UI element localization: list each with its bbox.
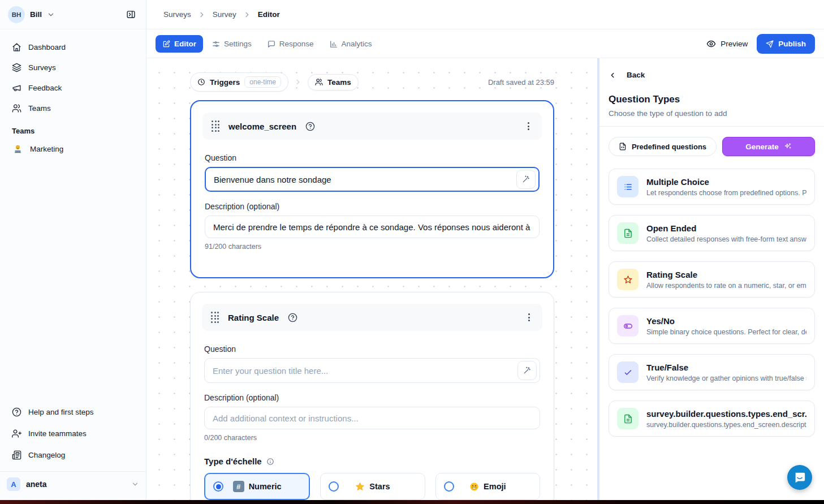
tab-editor[interactable]: Editor: [156, 35, 203, 53]
description-label: Description (optional): [205, 202, 540, 211]
sidebar-item-teams[interactable]: Teams: [7, 98, 139, 118]
drag-handle-icon[interactable]: [212, 120, 219, 132]
generate-button[interactable]: Generate: [722, 137, 815, 156]
question-input[interactable]: [214, 175, 512, 184]
chevron-right-icon: [294, 78, 302, 86]
card-header: Rating Scale: [202, 304, 542, 331]
user-name[interactable]: Bill: [30, 10, 42, 19]
type-card-yes-no[interactable]: Yes/No Simple binary choice questions. P…: [609, 308, 815, 344]
draft-status: Draft saved at 23:59: [488, 78, 554, 87]
radio-emoji[interactable]: [444, 481, 454, 492]
type-description: Let respondents choose from predefined o…: [646, 189, 806, 197]
panel-subtitle: Choose the type of question to add: [609, 109, 815, 118]
type-title: Yes/No: [646, 316, 806, 326]
sidebar-item-feedback[interactable]: Feedback: [7, 78, 139, 97]
option-stars[interactable]: Stars: [320, 473, 425, 500]
type-title: Multiple Choice: [646, 177, 806, 187]
sidebar-item-invite[interactable]: Invite teammates: [7, 424, 139, 443]
scale-type-options: # Numeric Stars Emoji: [204, 473, 540, 500]
chevron-right-icon: [198, 11, 206, 19]
ai-rewrite-button[interactable]: [517, 361, 537, 380]
char-counter: 91/200 characters: [205, 243, 540, 251]
sidebar-item-label: Feedback: [28, 84, 62, 92]
chevron-right-icon: [243, 11, 251, 19]
sidebar-item-label: Help and first steps: [28, 408, 94, 416]
predefined-questions-button[interactable]: Predefined questions: [609, 137, 717, 156]
users-icon: [12, 104, 21, 113]
breadcrumb-surveys[interactable]: Surveys: [163, 10, 191, 19]
description-input[interactable]: [213, 222, 531, 232]
teams-pill[interactable]: Teams: [308, 74, 359, 91]
users-icon: [315, 78, 323, 86]
radio-stars[interactable]: [329, 481, 339, 492]
tab-settings[interactable]: Settings: [205, 35, 258, 53]
sidebar-item-changelog[interactable]: Changelog: [7, 445, 139, 464]
message-square-icon: [268, 40, 275, 48]
tab-analytics[interactable]: Analytics: [323, 35, 379, 53]
back-button[interactable]: Back: [609, 71, 824, 79]
org-switcher[interactable]: A aneta: [7, 477, 139, 491]
sidebar-item-label: Changelog: [28, 451, 65, 459]
file-text-icon: [617, 222, 639, 244]
toggle-icon: [617, 315, 639, 337]
chat-widget-button[interactable]: [787, 465, 812, 490]
sidebar-item-help[interactable]: Help and first steps: [7, 402, 139, 421]
welcome-screen-card[interactable]: welcome_screen Question Description (opt…: [190, 100, 554, 278]
rating-scale-card[interactable]: Rating Scale Question Description (optio…: [190, 292, 554, 500]
back-label: Back: [627, 71, 645, 79]
megaphone-icon: [12, 83, 21, 93]
sidebar-item-marketing[interactable]: Marketing: [0, 139, 146, 159]
drag-handle-icon[interactable]: [211, 312, 219, 323]
pencil-square-icon: [162, 40, 170, 48]
tab-response[interactable]: Response: [261, 35, 321, 53]
option-emoji[interactable]: Emoji: [435, 473, 540, 500]
type-card-rating-scale[interactable]: Rating Scale Allow respondents to rate o…: [609, 261, 815, 298]
breadcrumb-survey[interactable]: Survey: [213, 10, 236, 19]
breadcrumb-editor: Editor: [258, 10, 280, 19]
preview-button[interactable]: Preview: [700, 35, 754, 53]
card-header: welcome_screen: [202, 113, 542, 140]
card-menu-button[interactable]: [524, 119, 533, 133]
description-input[interactable]: [213, 413, 532, 423]
survey-canvas: Triggers one-time Teams Draft saved at 2…: [146, 58, 599, 500]
collapse-sidebar-button[interactable]: [122, 6, 139, 23]
bar-chart-icon: [330, 40, 338, 48]
type-description: Simple binary choice questions. Perfect …: [646, 328, 806, 336]
radio-numeric[interactable]: [213, 481, 223, 492]
option-label: Numeric: [249, 482, 282, 491]
help-circle-icon[interactable]: [305, 122, 315, 131]
list-icon: [617, 176, 639, 197]
type-card-multiple-choice[interactable]: Multiple Choice Let respondents choose f…: [609, 169, 815, 205]
star-emoji-icon: [355, 482, 365, 492]
sidebar-item-label: Marketing: [30, 145, 63, 153]
chevron-down-icon[interactable]: [47, 11, 55, 19]
sidebar-item-label: Invite teammates: [28, 429, 87, 438]
option-label: Stars: [369, 482, 390, 491]
option-numeric[interactable]: # Numeric: [204, 473, 310, 500]
question-input[interactable]: [213, 366, 513, 376]
type-card-true-false[interactable]: True/False Verify knowledge or gather op…: [609, 354, 815, 390]
publish-button[interactable]: Publish: [757, 34, 815, 54]
question-label: Question: [205, 153, 540, 162]
sidebar-item-label: Teams: [28, 104, 51, 113]
avatar[interactable]: BH: [8, 6, 25, 23]
tab-label: Editor: [174, 40, 196, 48]
sidebar-item-surveys[interactable]: Surveys: [7, 58, 139, 77]
type-card-open-ended[interactable]: Open Ended Collect detailed responses wi…: [609, 215, 815, 251]
home-icon: [12, 42, 21, 52]
card-menu-button[interactable]: [525, 310, 533, 325]
type-title: survey.builder.questions.types.end_scr..…: [646, 409, 806, 419]
one-time-badge: one-time: [244, 76, 281, 88]
help-circle-icon[interactable]: [288, 313, 297, 322]
type-card-end-screen[interactable]: survey.builder.questions.types.end_scr..…: [609, 400, 815, 437]
star-icon: [617, 269, 639, 290]
woman-technologist-emoji: [13, 144, 23, 154]
wand-sparkles-icon: [522, 175, 530, 183]
triggers-pill[interactable]: Triggers one-time: [190, 72, 288, 92]
sidebar-item-dashboard[interactable]: Dashboard: [7, 37, 139, 57]
sidebar: BH Bill Dashboard Surveys Feedback Teams: [0, 0, 146, 500]
help-circle-icon: [12, 407, 21, 417]
ai-rewrite-button[interactable]: [516, 170, 536, 189]
info-icon[interactable]: [266, 458, 274, 466]
type-title: Open Ended: [646, 223, 806, 233]
